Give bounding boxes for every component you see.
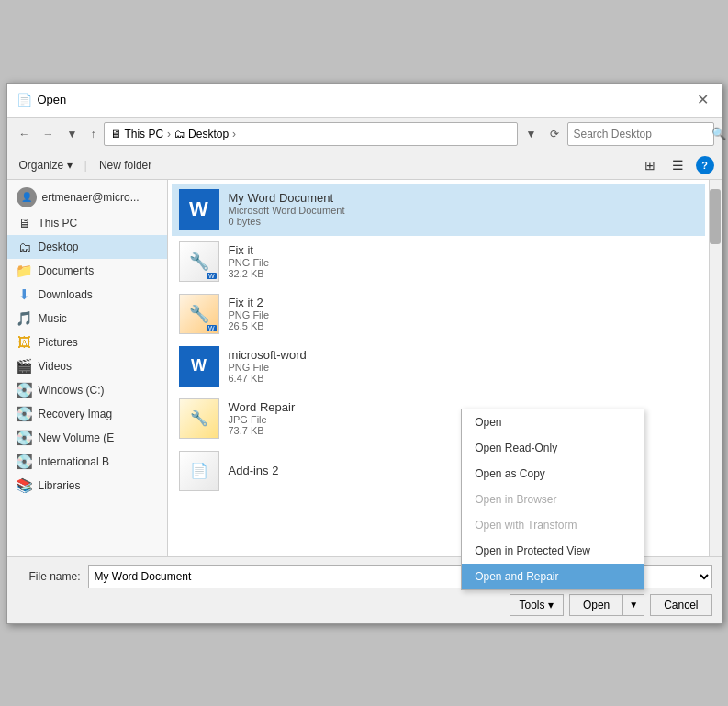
sidebar-item-user[interactable]: 👤 ertmenaer@micro... [7, 184, 167, 211]
dialog-icon: 📄 [17, 93, 32, 107]
breadcrumb-sep-2: › [232, 128, 236, 140]
sidebar-item-downloads[interactable]: ⬇ Downloads [7, 283, 167, 307]
forward-button[interactable]: → [39, 125, 59, 143]
breadcrumb-desktop-label: Desktop [188, 128, 229, 140]
search-icon: 🔍 [711, 127, 726, 140]
file-info-ms-word: microsoft-word PNG File 6.47 KB [229, 348, 698, 384]
sidebar-label-documents: Documents [39, 264, 95, 277]
pc-icon: 🖥 [110, 128, 121, 140]
png-fix-icon: 🔧 W [179, 241, 219, 282]
desktop-icon: 🗂 [174, 128, 185, 140]
libraries-icon: 📚 [17, 477, 33, 494]
sidebar-item-this-pc[interactable]: 🖥 This PC [7, 211, 167, 235]
international-icon: 💽 [17, 454, 33, 470]
dialog-title: Open [38, 93, 67, 106]
cancel-button[interactable]: Cancel [650, 594, 711, 616]
videos-icon: 🎬 [17, 358, 33, 375]
dropdown-arrow[interactable]: ▼ [521, 125, 542, 143]
sidebar-item-recovery[interactable]: 💽 Recovery Imag [7, 402, 167, 426]
view-list-button[interactable]: ☰ [667, 155, 689, 175]
action-bar: Organize ▾ | New folder ⊞ ☰ ? [7, 151, 722, 180]
scroll-thumb[interactable] [710, 189, 721, 244]
file-item-fix-it-2[interactable]: 🔧 W Fix it 2 PNG File 26.5 KB [172, 288, 705, 341]
file-size-fix-it-2: 26.5 KB [229, 320, 698, 331]
open-dialog: 📄 Open ✕ ← → ▼ ↑ 🖥 This PC › 🗂 Desktop ›… [6, 83, 722, 624]
file-size-my-word: 0 bytes [229, 216, 698, 227]
file-type-fix-it: PNG File [229, 257, 698, 268]
file-info-fix-it: Fix it PNG File 32.2 KB [229, 243, 698, 279]
close-button[interactable]: ✕ [694, 91, 712, 109]
sidebar-item-pictures[interactable]: 🖼 Pictures [7, 331, 167, 354]
user-icon: 👤 [17, 187, 37, 207]
help-button[interactable]: ? [696, 156, 714, 174]
file-info-fix-it-2: Fix it 2 PNG File 26.5 KB [229, 296, 698, 331]
vertical-scrollbar[interactable] [709, 180, 722, 556]
sidebar-label-recovery: Recovery Imag [39, 408, 113, 420]
open-button[interactable]: Open [569, 594, 622, 616]
documents-icon: 📁 [17, 263, 33, 279]
title-bar: 📄 Open ✕ [7, 84, 722, 118]
file-type-ms-word: PNG File [229, 362, 698, 373]
recent-button[interactable]: ▼ [62, 125, 83, 143]
sidebar-label-new-volume: New Volume (E [39, 431, 115, 444]
file-name-ms-word: microsoft-word [229, 348, 698, 362]
dropdown-item-open[interactable]: Open [462, 409, 644, 435]
dropdown-item-open-protected[interactable]: Open in Protected View [462, 538, 644, 564]
sidebar: 👤 ertmenaer@micro... 🖥 This PC 🗂 Desktop… [7, 180, 168, 556]
file-name-my-word: My Word Document [229, 191, 698, 205]
add-ins-icon: 📄 [179, 451, 219, 491]
back-button[interactable]: ← [15, 125, 35, 143]
open-dropdown-button[interactable]: ▼ [622, 594, 644, 616]
sidebar-item-libraries[interactable]: 📚 Libraries [7, 474, 167, 498]
footer-actions: Tools ▾ Open ▼ Open Open Read-Only Open … [17, 594, 712, 616]
sidebar-label-user: ertmenaer@micro... [42, 191, 140, 204]
sidebar-item-documents[interactable]: 📁 Documents [7, 259, 167, 283]
up-button[interactable]: ↑ [85, 125, 100, 143]
file-size-ms-word: 6.47 KB [229, 373, 698, 384]
sidebar-item-international[interactable]: 💽 International B [7, 450, 167, 474]
new-folder-button[interactable]: New folder [95, 156, 156, 174]
sidebar-item-desktop[interactable]: 🗂 Desktop [7, 235, 167, 259]
ms-word-icon: W [179, 346, 219, 387]
sidebar-item-videos[interactable]: 🎬 Videos [7, 354, 167, 378]
nav-toolbar: ← → ▼ ↑ 🖥 This PC › 🗂 Desktop › ▼ ⟳ 🔍 [7, 118, 722, 151]
file-type-my-word: Microsoft Word Document [229, 205, 698, 216]
filename-label: File name: [17, 570, 81, 583]
dropdown-item-open-browser: Open in Browser [462, 487, 644, 512]
word-doc-icon: W [179, 189, 219, 230]
file-item-fix-it[interactable]: 🔧 W Fix it PNG File 32.2 KB [172, 236, 705, 288]
sidebar-label-windows-c: Windows (C:) [39, 384, 105, 397]
search-input[interactable] [574, 128, 711, 140]
organize-button[interactable]: Organize ▾ [15, 156, 77, 174]
sidebar-item-music[interactable]: 🎵 Music [7, 307, 167, 331]
sidebar-label-downloads: Downloads [39, 288, 93, 301]
tools-button[interactable]: Tools ▾ [510, 594, 564, 616]
windows-drive-icon: 💽 [17, 382, 33, 398]
open-button-group: Open ▼ Open Open Read-Only Open as Copy … [569, 594, 644, 616]
breadcrumb-bar[interactable]: 🖥 This PC › 🗂 Desktop › [104, 122, 517, 146]
sidebar-label-music: Music [39, 312, 67, 325]
sidebar-item-new-volume[interactable]: 💽 New Volume (E [7, 426, 167, 450]
sidebar-label-videos: Videos [39, 360, 72, 373]
open-dropdown-menu: Open Open Read-Only Open as Copy Open in… [461, 409, 644, 590]
music-icon: 🎵 [17, 310, 33, 327]
desktop-sidebar-icon: 🗂 [17, 239, 33, 255]
sidebar-label-pc: This PC [39, 217, 78, 230]
png-fix2-icon: 🔧 W [179, 294, 219, 334]
breadcrumb-desktop: 🗂 Desktop [174, 128, 229, 140]
sidebar-item-windows-c[interactable]: 💽 Windows (C:) [7, 378, 167, 402]
new-volume-icon: 💽 [17, 430, 33, 446]
pc-sidebar-icon: 🖥 [17, 215, 33, 231]
view-options-button[interactable]: ⊞ [640, 155, 660, 175]
file-name-fix-it-2: Fix it 2 [229, 296, 698, 309]
dropdown-item-open-repair[interactable]: Open and Repair [462, 564, 644, 589]
file-item-ms-word[interactable]: W microsoft-word PNG File 6.47 KB [172, 341, 705, 393]
sidebar-label-desktop: Desktop [39, 241, 79, 253]
dropdown-item-open-readonly[interactable]: Open Read-Only [462, 435, 644, 461]
breadcrumb-pc-label: This PC [124, 128, 163, 140]
file-item-my-word[interactable]: W My Word Document Microsoft Word Docume… [172, 184, 705, 236]
pictures-icon: 🖼 [17, 334, 33, 351]
dropdown-item-open-copy[interactable]: Open as Copy [462, 461, 644, 487]
refresh-button[interactable]: ⟳ [545, 125, 564, 143]
search-box: 🔍 [567, 122, 714, 146]
